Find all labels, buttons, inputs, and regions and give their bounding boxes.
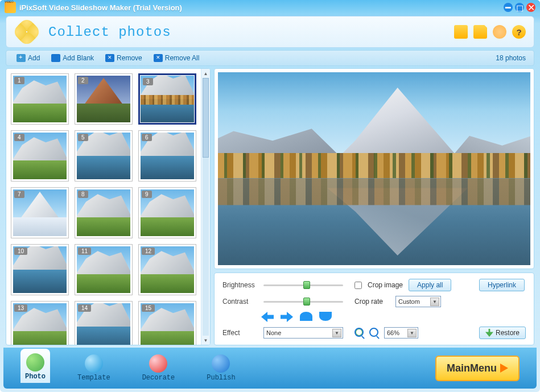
thumbnail-badge: 6 — [142, 134, 152, 141]
thumbnail-item[interactable]: 13 — [11, 301, 69, 345]
add-blank-button[interactable]: Add Blank — [46, 53, 100, 63]
app-window: iPixSoft Video Slideshow Maker (Trial Ve… — [0, 0, 540, 392]
thumbnail-badge: 14 — [78, 304, 91, 312]
close-button[interactable]: ✕ — [526, 3, 535, 12]
zoom-select[interactable]: 66% — [384, 327, 418, 339]
remove-icon — [105, 54, 114, 62]
preview-area — [214, 68, 534, 269]
flip-vertical-icon[interactable] — [319, 312, 332, 321]
thumbnail-item[interactable]: 8 — [75, 187, 133, 238]
window-title: iPixSoft Video Slideshow Maker (Trial Ve… — [19, 3, 504, 12]
brightness-slider[interactable] — [263, 281, 343, 289]
save-icon[interactable] — [473, 25, 487, 39]
nav-template[interactable]: Template — [73, 352, 115, 384]
open-folder-icon[interactable] — [454, 25, 468, 39]
thumbnail-item[interactable]: 4 — [11, 130, 69, 181]
thumbnail-panel: 123456789101112131415 ▲ ▼ — [6, 68, 211, 345]
user-icon[interactable] — [493, 25, 506, 39]
crop-image-checkbox[interactable] — [354, 282, 362, 289]
photo-nav-icon — [26, 353, 44, 372]
thumbnail-item[interactable]: 9 — [138, 187, 196, 238]
rotate-right-icon[interactable] — [281, 312, 293, 322]
rotate-flip-group — [261, 312, 343, 322]
thumbnail-item[interactable]: 12 — [138, 244, 196, 295]
thumbnail-badge: 3 — [143, 78, 153, 85]
restore-button[interactable]: Restore — [479, 327, 526, 339]
flip-horizontal-icon[interactable] — [300, 312, 312, 321]
clover-icon — [14, 19, 39, 44]
contrast-slider[interactable] — [263, 298, 343, 306]
scroll-up-arrow[interactable]: ▲ — [201, 69, 210, 78]
effect-select[interactable]: None — [263, 327, 343, 339]
thumbnail-item[interactable]: 1 — [11, 73, 69, 125]
zoom-group: 66% — [354, 327, 468, 339]
nav-photo[interactable]: Photo — [20, 349, 50, 383]
thumbnail-scrollbar[interactable]: ▲ ▼ — [201, 69, 210, 345]
remove-button[interactable]: Remove — [100, 53, 148, 63]
crop-image-row: Crop image Apply all — [354, 279, 468, 291]
decorate-nav-icon — [149, 354, 167, 373]
minimize-button[interactable]: ━ — [504, 3, 513, 12]
maximize-button[interactable]: ◻ — [515, 3, 524, 12]
thumbnail-badge: 13 — [14, 304, 27, 312]
hyperlink-cell: Hyperlink — [479, 279, 526, 291]
restore-icon — [485, 329, 493, 337]
brightness-row: Brightness — [222, 281, 343, 289]
main-area: 123456789101112131415 ▲ ▼ — [6, 68, 534, 345]
app-logo-icon — [5, 2, 16, 13]
thumbnail-badge: 9 — [142, 191, 152, 198]
thumbnail-badge: 2 — [78, 77, 88, 84]
brightness-label: Brightness — [222, 281, 258, 289]
thumbnail-badge: 5 — [78, 134, 88, 141]
thumbnail-item[interactable]: 14 — [75, 301, 133, 345]
thumbnail-item[interactable]: 11 — [75, 244, 133, 295]
scroll-down-arrow[interactable]: ▼ — [201, 336, 210, 345]
add-blank-icon — [51, 54, 60, 62]
nav-publish[interactable]: Publish — [202, 352, 240, 384]
nav-decorate[interactable]: Decorate — [138, 352, 180, 384]
thumbnail-badge: 7 — [14, 191, 24, 198]
remove-all-button[interactable]: Remove All — [148, 53, 205, 63]
effect-label: Effect — [222, 329, 258, 337]
right-panel: Brightness Crop image Apply all Hyperlin… — [214, 68, 534, 345]
thumbnail-item[interactable]: 2 — [75, 73, 133, 125]
thumbnail-item[interactable]: 7 — [11, 187, 69, 238]
mainmenu-arrow-icon — [500, 364, 508, 373]
thumbnail-item[interactable]: 15 — [138, 301, 196, 345]
thumbnail-item[interactable]: 5 — [75, 130, 133, 181]
crop-rate-select[interactable]: Custom — [395, 296, 441, 307]
crop-rate-row: Crop rate Custom — [354, 296, 468, 307]
controls-panel: Brightness Crop image Apply all Hyperlin… — [214, 273, 534, 345]
preview-image — [218, 72, 530, 265]
help-icon[interactable]: ? — [512, 25, 526, 39]
titlebar: iPixSoft Video Slideshow Maker (Trial Ve… — [0, 0, 540, 15]
thumbnail-badge: 8 — [78, 191, 88, 198]
contrast-label: Contrast — [222, 298, 258, 306]
thumbnail-badge: 12 — [142, 247, 155, 255]
add-icon — [17, 54, 26, 62]
hyperlink-button[interactable]: Hyperlink — [479, 279, 525, 291]
mainmenu-button[interactable]: MainMenu — [435, 356, 520, 381]
zoom-in-icon[interactable] — [354, 328, 365, 338]
crop-image-label: Crop image — [368, 281, 403, 289]
remove-all-icon — [154, 54, 163, 62]
thumbnail-badge: 10 — [14, 247, 27, 255]
scroll-handle[interactable] — [203, 78, 209, 158]
toolbar: Add Add Blank Remove Remove All 18 photo… — [6, 50, 534, 66]
thumbnail-item[interactable]: 10 — [11, 244, 69, 295]
photo-count: 18 photos — [496, 54, 529, 62]
crop-rate-label: Crop rate — [354, 298, 390, 306]
thumbnail-grid: 123456789101112131415 — [6, 69, 201, 345]
template-nav-icon — [85, 354, 103, 373]
contrast-row: Contrast — [222, 298, 343, 306]
thumbnail-badge: 11 — [78, 247, 91, 255]
apply-all-button[interactable]: Apply all — [409, 279, 451, 291]
thumbnail-item[interactable]: 3 — [138, 73, 196, 125]
zoom-out-icon[interactable] — [369, 328, 380, 338]
thumbnail-badge: 4 — [14, 134, 24, 141]
add-button[interactable]: Add — [11, 53, 46, 63]
thumbnail-item[interactable]: 6 — [138, 130, 196, 181]
rotate-left-icon[interactable] — [261, 312, 274, 322]
thumbnail-badge: 1 — [14, 77, 24, 84]
header-strip: Collect photos ? — [6, 16, 534, 48]
